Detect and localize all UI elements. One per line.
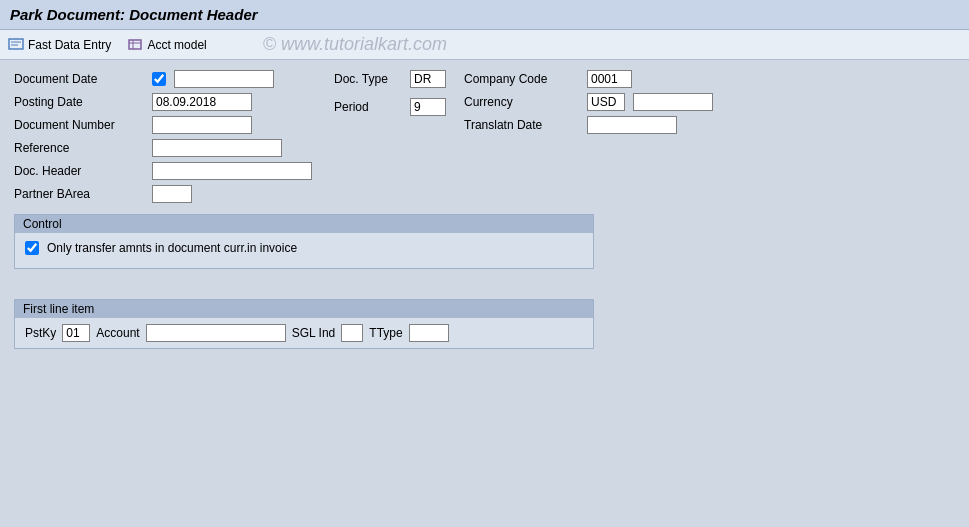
- document-number-row: Document Number: [14, 116, 334, 134]
- ttype-input[interactable]: [409, 324, 449, 342]
- translatn-date-label: Translatn Date: [464, 118, 579, 132]
- fast-data-entry-icon: [8, 37, 24, 53]
- translatn-date-input[interactable]: [587, 116, 677, 134]
- company-code-label: Company Code: [464, 72, 579, 86]
- currency-label: Currency: [464, 95, 579, 109]
- currency-extra-input[interactable]: [633, 93, 713, 111]
- doc-header-input[interactable]: [152, 162, 312, 180]
- acct-model-button[interactable]: Acct model: [127, 37, 206, 53]
- control-label: Control: [23, 217, 62, 231]
- account-label: Account: [96, 326, 139, 340]
- left-column: Document Date Posting Date Document Numb…: [14, 70, 334, 208]
- control-section: Control Only transfer amnts in document …: [14, 214, 594, 269]
- doc-type-label: Doc. Type: [334, 72, 402, 86]
- account-input[interactable]: [146, 324, 286, 342]
- form-area: Document Date Posting Date Document Numb…: [14, 70, 955, 208]
- ttype-label: TType: [369, 326, 402, 340]
- control-section-body: Only transfer amnts in document curr.in …: [15, 233, 593, 268]
- period-input[interactable]: [410, 98, 446, 116]
- currency-input[interactable]: [587, 93, 625, 111]
- doc-header-label: Doc. Header: [14, 164, 144, 178]
- document-date-label: Document Date: [14, 72, 144, 86]
- svg-rect-0: [9, 39, 23, 49]
- posting-date-row: Posting Date: [14, 93, 334, 111]
- reference-row: Reference: [14, 139, 334, 157]
- period-row: Period: [334, 98, 464, 116]
- first-line-body: PstKy Account SGL Ind TType: [15, 318, 593, 348]
- document-date-input[interactable]: [174, 70, 274, 88]
- middle-column: Doc. Type Period: [334, 70, 464, 208]
- document-number-input[interactable]: [152, 116, 252, 134]
- currency-row: Currency: [464, 93, 955, 111]
- document-date-row: Document Date: [14, 70, 334, 88]
- fast-data-entry-button[interactable]: Fast Data Entry: [8, 37, 111, 53]
- posting-date-label: Posting Date: [14, 95, 144, 109]
- main-content: Document Date Posting Date Document Numb…: [0, 60, 969, 359]
- acct-model-label: Acct model: [147, 38, 206, 52]
- transfer-amounts-label: Only transfer amnts in document curr.in …: [47, 241, 297, 255]
- period-label: Period: [334, 100, 402, 114]
- posting-date-input[interactable]: [152, 93, 252, 111]
- partner-barea-input[interactable]: [152, 185, 192, 203]
- control-section-header: Control: [15, 215, 593, 233]
- doc-type-input[interactable]: [410, 70, 446, 88]
- reference-label: Reference: [14, 141, 144, 155]
- acct-model-icon: [127, 37, 143, 53]
- title-bar: Park Document: Document Header: [0, 0, 969, 30]
- transfer-amounts-checkbox[interactable]: [25, 241, 39, 255]
- company-code-input[interactable]: [587, 70, 632, 88]
- page-title: Park Document: Document Header: [10, 6, 258, 23]
- partner-barea-row: Partner BArea: [14, 185, 334, 203]
- document-date-checkbox[interactable]: [152, 72, 166, 86]
- first-line-header: First line item: [15, 300, 593, 318]
- control-checkbox-row: Only transfer amnts in document curr.in …: [25, 241, 583, 255]
- doc-header-row: Doc. Header: [14, 162, 334, 180]
- reference-input[interactable]: [152, 139, 282, 157]
- watermark: © www.tutorialkart.com: [263, 34, 447, 55]
- document-number-label: Document Number: [14, 118, 144, 132]
- pstky-input[interactable]: [62, 324, 90, 342]
- sgl-ind-label: SGL Ind: [292, 326, 336, 340]
- company-code-row: Company Code: [464, 70, 955, 88]
- translatn-date-row: Translatn Date: [464, 116, 955, 134]
- partner-barea-label: Partner BArea: [14, 187, 144, 201]
- first-line-label: First line item: [23, 302, 94, 316]
- first-line-section: First line item PstKy Account SGL Ind TT…: [14, 299, 594, 349]
- svg-rect-3: [129, 40, 141, 49]
- toolbar: Fast Data Entry Acct model © www.tutoria…: [0, 30, 969, 60]
- fast-data-entry-label: Fast Data Entry: [28, 38, 111, 52]
- right-column: Company Code Currency Translatn Date: [464, 70, 955, 208]
- pstky-label: PstKy: [25, 326, 56, 340]
- sgl-ind-input[interactable]: [341, 324, 363, 342]
- doc-type-row: Doc. Type: [334, 70, 464, 88]
